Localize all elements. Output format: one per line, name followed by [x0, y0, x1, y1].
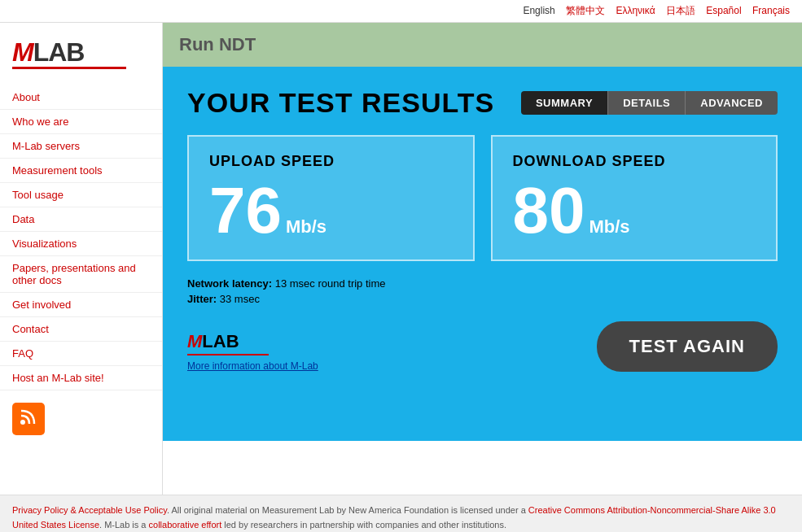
speed-boxes: UPLOAD SPEED 76Mb/s DOWNLOAD SPEED 80Mb/… — [187, 135, 778, 261]
sidebar-item-mlab-servers[interactable]: M-Lab servers — [0, 134, 162, 159]
logo-lab: LAB — [33, 37, 85, 67]
sidebar-item-measurement-tools[interactable]: Measurement tools — [0, 159, 162, 183]
rss-button[interactable] — [12, 403, 45, 435]
mlab-logo-bottom: MLAB More information about M-Lab — [187, 331, 318, 372]
latency-value: 13 msec round trip time — [275, 277, 386, 290]
rss-icon-container[interactable] — [12, 403, 45, 435]
sidebar-item-visualizations[interactable]: Visualizations — [0, 232, 162, 256]
footer: Privacy Policy & Acceptable Use Policy. … — [0, 495, 802, 532]
footer-text3: . M-Lab is a — [99, 520, 149, 530]
network-info: Network latency: 13 msec round trip time… — [187, 277, 778, 305]
test-again-button[interactable]: TEST AGAIN — [597, 321, 778, 372]
tab-details[interactable]: DETAILS — [607, 91, 686, 115]
sidebar-item-about[interactable]: About — [0, 85, 162, 110]
run-ndt-title: Run NDT — [179, 34, 256, 55]
bottom-row: MLAB More information about M-Lab TEST A… — [187, 321, 778, 372]
results-area: YOUR TEST RESULTS SUMMARY DETAILS ADVANC… — [163, 67, 802, 441]
mlab-bottom-m: M — [187, 331, 202, 351]
download-value: 80 — [513, 174, 585, 246]
lang-japanese[interactable]: 日本語 — [666, 5, 695, 16]
upload-label: UPLOAD SPEED — [209, 153, 453, 170]
results-title: YOUR TEST RESULTS — [187, 87, 494, 119]
sidebar-item-tool-usage[interactable]: Tool usage — [0, 183, 162, 207]
sidebar: MLAB About Who we are M-Lab servers Meas… — [0, 23, 163, 495]
main-content: Run NDT YOUR TEST RESULTS SUMMARY DETAIL… — [163, 23, 802, 495]
tab-buttons: SUMMARY DETAILS ADVANCED — [521, 91, 778, 115]
svg-point-0 — [20, 420, 25, 425]
main-layout: MLAB About Who we are M-Lab servers Meas… — [0, 23, 802, 495]
lang-spanish[interactable]: Español — [706, 5, 741, 16]
upload-speed-box: UPLOAD SPEED 76Mb/s — [187, 135, 475, 261]
mlab-bottom-underline — [187, 354, 269, 355]
lang-english[interactable]: English — [523, 5, 554, 16]
lang-greek[interactable]: Ελληνικά — [616, 5, 655, 16]
sidebar-item-contact[interactable]: Contact — [0, 317, 162, 342]
results-title-row: YOUR TEST RESULTS SUMMARY DETAILS ADVANC… — [187, 87, 778, 119]
download-unit: Mb/s — [589, 216, 629, 237]
sidebar-item-host[interactable]: Host an M-Lab site! — [0, 366, 162, 390]
collab-link[interactable]: collaborative effort — [149, 520, 222, 530]
download-speed-box: DOWNLOAD SPEED 80Mb/s — [491, 135, 778, 261]
mlab-bottom-lab: LAB — [202, 331, 239, 351]
sidebar-item-get-involved[interactable]: Get involved — [0, 293, 162, 317]
logo-underline — [12, 67, 126, 69]
sidebar-item-data[interactable]: Data — [0, 207, 162, 232]
upload-value: 76 — [209, 174, 282, 246]
jitter-label: Jitter: — [187, 293, 217, 305]
run-ndt-header: Run NDT — [163, 23, 802, 67]
language-bar: English 繁體中文 Ελληνικά 日本語 Español França… — [0, 0, 802, 23]
tab-advanced[interactable]: ADVANCED — [686, 91, 778, 115]
lang-chinese[interactable]: 繁體中文 — [566, 5, 605, 16]
footer-text4: led by researchers in partnership with c… — [221, 520, 506, 530]
sidebar-item-who-we-are[interactable]: Who we are — [0, 110, 162, 134]
jitter-line: Jitter: 33 msec — [187, 293, 778, 305]
sidebar-item-faq[interactable]: FAQ — [0, 342, 162, 366]
sidebar-nav: About Who we are M-Lab servers Measureme… — [0, 85, 162, 390]
upload-unit: Mb/s — [286, 216, 326, 237]
latency-line: Network latency: 13 msec round trip time — [187, 277, 778, 290]
footer-text2: . All original material on Measurement L… — [167, 505, 528, 515]
mlab-logo-small: MLAB — [187, 331, 318, 352]
jitter-value: 33 msec — [220, 293, 260, 305]
tab-summary[interactable]: SUMMARY — [521, 91, 607, 115]
privacy-link[interactable]: Privacy Policy & Acceptable Use Policy — [12, 505, 167, 515]
more-info-link[interactable]: More information about M-Lab — [187, 360, 318, 372]
sidebar-item-papers[interactable]: Papers, presentations and other docs — [0, 256, 162, 293]
rss-symbol — [20, 408, 37, 430]
logo-m: M — [12, 37, 33, 67]
latency-label: Network latency: — [187, 277, 272, 290]
lang-french[interactable]: Français — [752, 5, 790, 16]
logo: MLAB — [0, 31, 162, 85]
footer-line1: Privacy Policy & Acceptable Use Policy. … — [12, 505, 776, 530]
download-label: DOWNLOAD SPEED — [513, 153, 756, 170]
